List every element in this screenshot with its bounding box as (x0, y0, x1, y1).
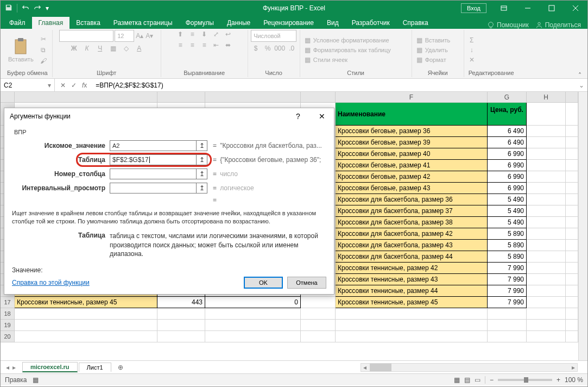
bold-icon[interactable]: Ж (69, 44, 78, 53)
undo-icon[interactable] (22, 4, 29, 13)
align-bottom-icon[interactable]: ⬇ (200, 30, 208, 39)
col-A[interactable] (15, 92, 157, 103)
tab-data[interactable]: Данные (220, 17, 257, 29)
align-center-icon[interactable]: ≡ (188, 41, 197, 49)
name-box[interactable]: C2▾ (1, 79, 55, 91)
zoom-in-icon[interactable]: + (557, 376, 560, 384)
arg3-ref-icon[interactable]: ↥ (197, 168, 207, 179)
paste-button[interactable]: Вставить (6, 36, 36, 64)
col-D[interactable] (301, 92, 336, 103)
zoom-out-icon[interactable]: − (490, 376, 494, 384)
new-sheet-icon[interactable]: ⊕ (115, 364, 127, 371)
conditional-formatting[interactable]: ▦Условное форматирование (304, 36, 389, 45)
cancel-button[interactable]: Отмена (287, 277, 326, 289)
save-icon[interactable] (5, 4, 12, 13)
arg3-input[interactable] (110, 168, 197, 179)
orientation-icon[interactable]: ⤢ (212, 30, 220, 39)
view-normal-icon[interactable]: ▦ (454, 376, 460, 384)
indent-dec-icon[interactable]: ⇤ (212, 41, 220, 49)
fill-color-icon[interactable]: ◇ (122, 44, 130, 53)
enter-formula-icon[interactable]: ✓ (71, 82, 77, 89)
col-B[interactable] (157, 92, 205, 103)
font-name[interactable] (59, 30, 113, 42)
formula-input[interactable]: =ВПР(A2;$F$2:$G$17) (92, 82, 576, 89)
arg2-ref-icon[interactable]: ↥ (197, 154, 207, 165)
view-layout-icon[interactable]: ▤ (464, 376, 470, 384)
comma-icon[interactable]: 000 (275, 44, 284, 53)
col-C[interactable] (205, 92, 301, 103)
number-format[interactable]: Числовой (251, 30, 296, 42)
zoom-slider[interactable] (498, 379, 552, 381)
insert-cells[interactable]: ▦Вставить (415, 36, 451, 45)
minimize-icon[interactable] (516, 1, 540, 16)
tab-view[interactable]: Вид (320, 17, 345, 29)
increase-font-icon[interactable]: A▴ (135, 32, 144, 40)
view-pagebreak-icon[interactable]: ▭ (475, 376, 480, 384)
tab-insert[interactable]: Вставка (69, 17, 107, 29)
arg4-input[interactable] (110, 183, 197, 194)
dialog-close-icon[interactable]: ✕ (310, 108, 334, 124)
cell-styles[interactable]: ▦Стили ячеек (304, 55, 347, 64)
format-as-table[interactable]: ▦Форматировать как таблицу (304, 46, 391, 54)
autosum[interactable]: Σ (467, 36, 476, 45)
dialog-title[interactable]: Аргументы функции ? ✕ (4, 108, 334, 124)
tab-next-icon[interactable]: ▸ (12, 364, 16, 371)
cancel-formula-icon[interactable]: ✕ (60, 82, 66, 89)
currency-icon[interactable]: $ (251, 44, 260, 53)
font-size[interactable]: 12 (115, 30, 134, 42)
tab-file[interactable]: Файл (3, 17, 32, 29)
ribbon-display-icon[interactable] (492, 1, 516, 16)
zoom-level[interactable]: 100 % (565, 376, 583, 384)
select-all[interactable] (1, 92, 15, 103)
font-color-icon[interactable]: А (135, 44, 143, 53)
expand-formula-bar-icon[interactable]: ⌄ (576, 82, 587, 89)
merge-icon[interactable]: ⬌ (224, 41, 232, 49)
underline-icon[interactable]: Ч (96, 44, 104, 53)
close-icon[interactable] (564, 1, 587, 16)
cut-icon[interactable]: ✂ (39, 35, 48, 43)
arg2-input[interactable]: $F$2:$G$17 (110, 154, 197, 165)
tab-formulas[interactable]: Формулы (179, 17, 220, 29)
align-right-icon[interactable]: ≡ (200, 41, 208, 49)
tab-review[interactable]: Рецензирование (257, 17, 320, 29)
tab-layout[interactable]: Разметка страницы (107, 17, 179, 29)
tab-home[interactable]: Главная (32, 17, 70, 29)
tab-developer[interactable]: Разработчик (345, 17, 396, 29)
arg1-input[interactable]: A2 (110, 140, 197, 151)
align-top-icon[interactable]: ⬆ (176, 30, 185, 39)
decrease-font-icon[interactable]: A▾ (145, 32, 154, 40)
align-left-icon[interactable]: ≡ (176, 41, 185, 49)
share-button[interactable]: Поделиться (535, 21, 581, 29)
sheet-tab-2[interactable]: Лист1 (79, 363, 111, 372)
format-cells[interactable]: ▦Формат (415, 55, 446, 64)
italic-icon[interactable]: К (83, 44, 91, 53)
login-button[interactable]: Вход (461, 3, 486, 13)
fill[interactable]: ↓ (467, 46, 476, 54)
wrap-text-icon[interactable]: ↩ (224, 30, 232, 39)
redo-icon[interactable] (34, 4, 41, 13)
col-F[interactable]: F (336, 92, 488, 103)
macro-record-icon[interactable]: ▦ (33, 376, 39, 384)
copy-icon[interactable]: ⧉ (39, 46, 48, 54)
col-G[interactable]: G (488, 92, 527, 103)
vertical-scrollbar[interactable] (578, 92, 587, 360)
delete-cells[interactable]: ▦Удалить (415, 46, 448, 54)
arg4-ref-icon[interactable]: ↥ (197, 183, 207, 194)
qat-customize-icon[interactable]: ▾ (46, 4, 49, 12)
arg1-ref-icon[interactable]: ↥ (197, 140, 207, 151)
dialog-help-icon[interactable]: ? (286, 108, 310, 124)
fx-icon[interactable]: fx (82, 82, 87, 89)
inc-decimal-icon[interactable]: .0 (287, 44, 296, 53)
clear[interactable]: ✕ (467, 55, 476, 64)
format-painter-icon[interactable]: 🖌 (39, 57, 48, 65)
ok-button[interactable]: OK (244, 277, 283, 289)
tab-prev-icon[interactable]: ◂ (6, 364, 9, 371)
horizontal-scrollbar[interactable]: ◂▸ (361, 363, 578, 372)
col-H[interactable]: H (527, 92, 566, 103)
function-help-link[interactable]: Справка по этой функции (12, 279, 90, 286)
percent-icon[interactable]: % (263, 44, 272, 53)
collapse-ribbon-icon[interactable]: ˄ (574, 71, 585, 80)
maximize-icon[interactable] (540, 1, 564, 16)
tab-help[interactable]: Справка (396, 17, 435, 29)
tell-me[interactable]: Помощник (487, 21, 529, 29)
